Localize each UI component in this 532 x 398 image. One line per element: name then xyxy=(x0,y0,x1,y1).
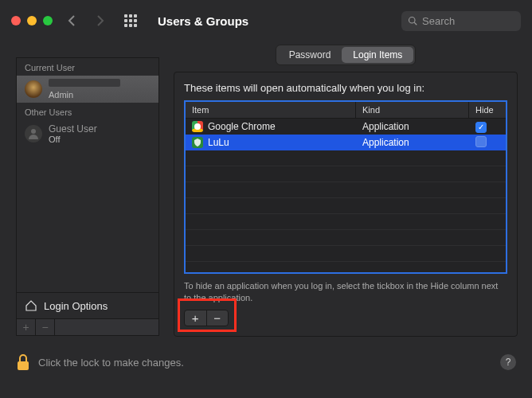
add-login-item-button[interactable]: + xyxy=(185,310,207,326)
search-placeholder: Search xyxy=(422,15,455,27)
lulu-icon xyxy=(192,137,203,148)
item-name: Google Chrome xyxy=(208,121,276,132)
guest-user-name: Guest User xyxy=(49,123,97,135)
sidebar-item-current-user[interactable]: . Admin xyxy=(17,76,158,103)
avatar-icon xyxy=(25,80,42,98)
close-window-dot[interactable] xyxy=(11,16,21,25)
table-header: Item Kind Hide xyxy=(186,102,506,119)
svg-point-2 xyxy=(31,129,36,134)
table-row[interactable]: Google Chrome Application xyxy=(186,119,506,135)
guest-user-status: Off xyxy=(49,135,97,144)
item-name: LuLu xyxy=(208,137,229,148)
col-hide[interactable]: Hide xyxy=(469,102,506,118)
hide-checkbox[interactable] xyxy=(475,136,487,147)
sidebar-login-options[interactable]: Login Options xyxy=(17,292,158,318)
svg-line-1 xyxy=(414,22,417,25)
search-icon xyxy=(408,16,417,25)
help-button[interactable]: ? xyxy=(500,354,516,370)
item-kind: Application xyxy=(356,121,469,132)
login-options-label: Login Options xyxy=(44,300,108,312)
section-current-user: Current User xyxy=(17,58,158,76)
login-items-panel: These items will open automatically when… xyxy=(174,72,518,337)
section-other-users: Other Users xyxy=(17,103,158,120)
tab-login-items[interactable]: Login Items xyxy=(342,47,413,63)
login-items-table: Item Kind Hide Google Chrome Application xyxy=(184,100,507,274)
svg-point-0 xyxy=(409,18,416,24)
chrome-icon xyxy=(192,121,203,132)
tab-password[interactable]: Password xyxy=(278,47,342,63)
house-icon xyxy=(25,299,37,312)
item-kind: Application xyxy=(356,137,469,148)
guest-avatar-icon xyxy=(25,125,42,142)
sidebar-item-guest-user[interactable]: Guest User Off xyxy=(17,120,158,147)
col-item[interactable]: Item xyxy=(186,102,356,118)
search-field[interactable]: Search xyxy=(401,11,521,31)
remove-user-button: − xyxy=(36,319,55,335)
panel-intro: These items will open automatically when… xyxy=(184,82,507,94)
current-user-name-redacted: . xyxy=(49,79,120,87)
hide-hint: To hide an application when you log in, … xyxy=(184,280,507,305)
col-kind[interactable]: Kind xyxy=(356,102,469,118)
minimize-window-dot[interactable] xyxy=(27,16,37,25)
tabs: Password Login Items xyxy=(276,45,417,65)
lock-text: Click the lock to make changes. xyxy=(38,357,184,369)
show-all-prefs-icon[interactable] xyxy=(124,14,137,27)
zoom-window-dot[interactable] xyxy=(43,16,53,25)
forward-button[interactable] xyxy=(91,11,110,30)
current-user-role: Admin xyxy=(49,90,120,100)
back-button[interactable] xyxy=(62,11,81,30)
table-row[interactable]: LuLu Application xyxy=(186,135,506,150)
svg-rect-3 xyxy=(18,361,29,370)
window-title: Users & Groups xyxy=(158,14,248,28)
users-sidebar: Current User . Admin Other Users Guest U… xyxy=(16,57,159,336)
lock-icon[interactable] xyxy=(16,353,30,371)
add-user-button: + xyxy=(17,319,36,335)
remove-login-item-button[interactable]: − xyxy=(207,310,229,326)
hide-checkbox[interactable] xyxy=(475,122,487,133)
